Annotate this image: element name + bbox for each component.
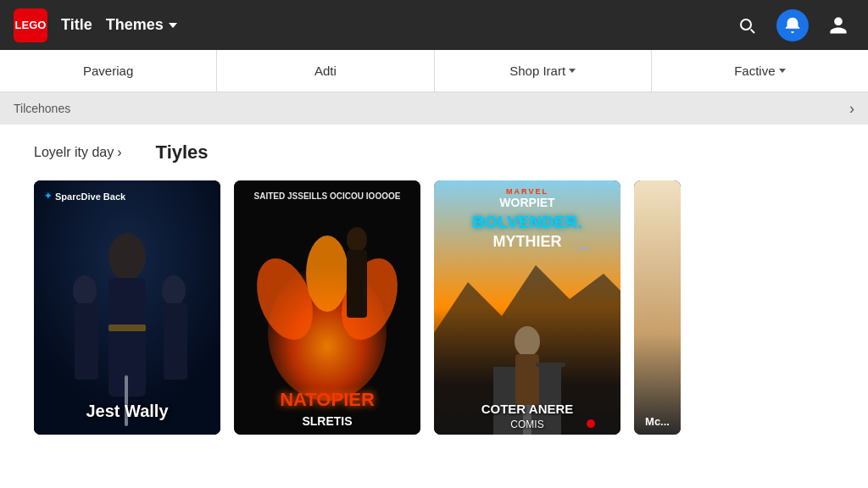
profile-button[interactable] xyxy=(822,9,854,42)
nav-item-factive-label: Factive xyxy=(734,64,775,78)
shop-chevron-icon xyxy=(569,69,576,73)
section-title: Tiyles xyxy=(156,141,209,164)
movie-card-4[interactable]: Mc... xyxy=(634,180,681,435)
top-navigation: LEGO Title Themes xyxy=(0,0,868,50)
movie-card-3[interactable]: MARVEL WORPIET BOLVENDER. MYTHIER COTER … xyxy=(434,180,620,435)
notification-button[interactable] xyxy=(776,9,809,42)
card1-badge: ✦ SparcDive Back xyxy=(44,191,125,202)
profile-icon xyxy=(828,15,849,36)
svg-rect-16 xyxy=(347,250,367,318)
themes-menu[interactable]: Themes xyxy=(106,16,177,34)
section-link-text: Loyelr ity day xyxy=(34,145,114,160)
card4-title: Mc... xyxy=(634,415,681,428)
card3-marvel-badge: MARVEL xyxy=(434,187,620,196)
card2-title: NATOPIER xyxy=(234,389,420,411)
svg-point-21 xyxy=(515,326,540,357)
search-icon xyxy=(737,15,757,36)
section-link[interactable]: Loyelr ity day › xyxy=(34,145,122,160)
themes-chevron-icon xyxy=(169,23,177,28)
nav-item-paveriag[interactable]: Paveriag xyxy=(0,50,217,92)
svg-rect-22 xyxy=(515,354,539,405)
movie-card-2[interactable]: SAITED JSSEILLS OCICOU IOOOOE NATOPIER S… xyxy=(234,180,420,435)
card3-red-dot xyxy=(587,419,595,428)
factive-chevron-icon xyxy=(779,69,786,73)
breadcrumb-bar: Tilcehones › xyxy=(0,92,868,125)
svg-rect-9 xyxy=(34,180,220,435)
card3-sub-title: MYTHIER xyxy=(434,233,620,251)
search-button[interactable] xyxy=(731,9,763,42)
logo: LEGO xyxy=(14,8,47,42)
svg-point-14 xyxy=(306,236,348,312)
card1-scene xyxy=(34,180,220,435)
card3-logo: WORPIET xyxy=(434,196,620,209)
movies-row: ✦ SparcDive Back Jest Wally xyxy=(34,180,834,435)
card1-title: Jest Wally xyxy=(34,402,220,421)
section-header: Loyelr ity day › Tiyles xyxy=(34,141,834,164)
svg-rect-23 xyxy=(536,363,565,367)
card3-bottom-title: COTER ANERE xyxy=(434,402,620,416)
secondary-navigation: Paveriag Adti Shop Irart Factive xyxy=(0,50,868,92)
card3-main-title: BOLVENDER. xyxy=(434,213,620,232)
svg-point-15 xyxy=(347,227,367,252)
nav-item-shop[interactable]: Shop Irart xyxy=(435,50,652,92)
nav-item-adti[interactable]: Adti xyxy=(217,50,434,92)
themes-label: Themes xyxy=(106,16,164,34)
nav-item-paveriag-label: Paveriag xyxy=(83,64,133,78)
nav-item-shop-label: Shop Irart xyxy=(509,64,565,78)
logo-text: LEGO xyxy=(15,19,47,31)
main-content: Loyelr ity day › Tiyles xyxy=(0,125,868,452)
svg-rect-24 xyxy=(634,180,681,435)
movie-card-1[interactable]: ✦ SparcDive Back Jest Wally xyxy=(34,180,220,435)
breadcrumb-forward-icon[interactable]: › xyxy=(849,100,854,118)
site-title: Title xyxy=(61,16,92,34)
nav-item-adti-label: Adti xyxy=(314,64,337,78)
breadcrumb-text: Tilcehones xyxy=(14,102,70,115)
notification-icon xyxy=(783,16,802,35)
card1-badge-text: SparcDive Back xyxy=(55,191,125,202)
nav-item-factive[interactable]: Factive xyxy=(652,50,868,92)
card4-scene xyxy=(634,180,681,435)
card2-subtitle: SLRETIS xyxy=(234,414,420,428)
card2-header: SAITED JSSEILLS OCICOU IOOOOE xyxy=(234,191,420,202)
section-link-arrow-icon: › xyxy=(117,145,121,160)
